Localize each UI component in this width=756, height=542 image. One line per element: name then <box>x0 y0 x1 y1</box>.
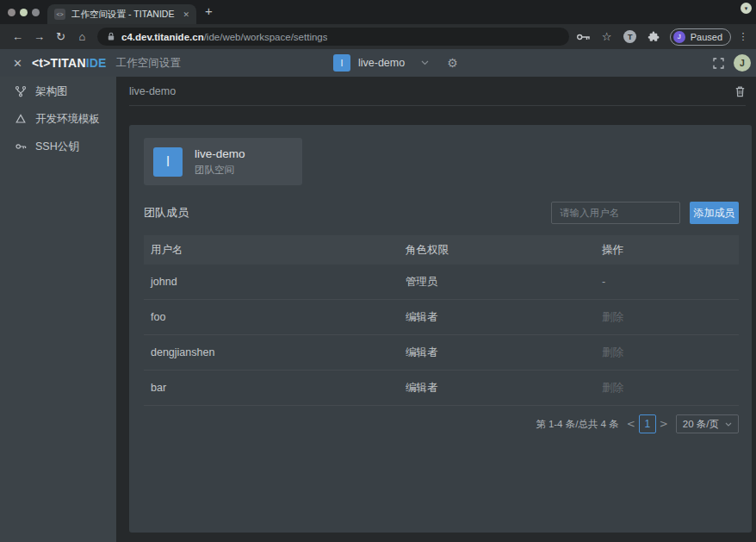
add-member-button[interactable]: 添加成员 <box>690 202 739 224</box>
delete-member-link[interactable]: 删除 <box>602 346 739 360</box>
home-button[interactable]: ⌂ <box>71 30 93 43</box>
address-bar[interactable]: c4.dev.titanide.cn/ide/web/workspace/set… <box>97 28 569 46</box>
main-content: live-demo l live-demo 团队空间 团队成员 添加成员 用户名 <box>116 77 756 542</box>
profile-corner-icon[interactable]: ▾ <box>741 3 752 14</box>
workspace-badge: l <box>333 54 350 72</box>
app-header: ✕ <t>TITANIDE 工作空间设置 l live-demo ⚙ J <box>0 49 756 77</box>
user-avatar[interactable]: J <box>734 54 751 72</box>
lock-icon <box>107 32 115 41</box>
delete-member-link[interactable]: 删除 <box>602 381 739 396</box>
pagination-summary: 第 1-4 条/总共 4 条 <box>536 418 619 431</box>
template-icon <box>15 113 27 125</box>
browser-tab-bar: <> 工作空间设置 - TITANIDE ✕ + ▾ <box>0 0 756 24</box>
password-key-icon[interactable] <box>573 33 594 41</box>
workspace-card-type: 团队空间 <box>195 164 245 177</box>
url-text: c4.dev.titanide.cn/ide/web/workspace/set… <box>121 32 327 42</box>
table-row: johnd 管理员 - <box>144 265 739 300</box>
bookmark-star-icon[interactable]: ☆ <box>597 30 617 43</box>
table-header-row: 用户名 角色权限 操作 <box>144 235 739 265</box>
members-table: 用户名 角色权限 操作 johnd 管理员 - foo 编辑者 删除 dengj… <box>144 235 739 406</box>
branch-icon <box>15 85 27 97</box>
app-page-title: 工作空间设置 <box>116 56 181 71</box>
next-page-icon[interactable]: > <box>660 418 668 430</box>
table-row: bar 编辑者 删除 <box>144 371 739 406</box>
browser-toolbar: ← → ↻ ⌂ c4.dev.titanide.cn/ide/web/works… <box>0 24 756 49</box>
tab-favicon-icon: <> <box>54 9 65 20</box>
profile-paused-badge[interactable]: J Paused <box>670 28 731 46</box>
breadcrumb: live-demo <box>129 85 176 97</box>
select-chevron-icon <box>725 422 732 427</box>
forward-button[interactable]: → <box>28 30 50 43</box>
username-input[interactable] <box>551 202 680 224</box>
app-close-icon[interactable]: ✕ <box>13 57 22 70</box>
window-close-button[interactable] <box>8 9 15 16</box>
sidebar-item-architecture[interactable]: 架构图 <box>0 78 116 105</box>
prev-page-icon[interactable]: < <box>627 418 635 430</box>
row-action: - <box>602 276 739 288</box>
workspace-selector[interactable]: l live-demo ⚙ <box>333 54 458 72</box>
extension-badge-icon[interactable]: T <box>620 30 641 43</box>
new-tab-button[interactable]: + <box>205 3 213 18</box>
window-minimize-button[interactable] <box>20 9 28 16</box>
browser-menu-icon[interactable]: ⋮ <box>737 31 749 42</box>
sidebar-item-ssh-key[interactable]: SSH公钥 <box>0 133 116 160</box>
back-button[interactable]: ← <box>7 30 28 43</box>
delete-member-link[interactable]: 删除 <box>602 310 739 325</box>
window-controls <box>0 9 40 16</box>
app-logo[interactable]: <t>TITANIDE <box>32 56 107 70</box>
browser-tab[interactable]: <> 工作空间设置 - TITANIDE ✕ <box>47 4 196 24</box>
fullscreen-icon[interactable] <box>713 58 724 69</box>
page-size-select[interactable]: 20 条/页 <box>676 414 739 433</box>
chevron-down-icon <box>421 60 429 65</box>
key-icon <box>15 140 27 153</box>
pagination: 第 1-4 条/总共 4 条 < 1 > 20 条/页 <box>144 414 739 433</box>
tab-close-icon[interactable]: ✕ <box>183 10 189 19</box>
sidebar: 架构图 开发环境模板 SSH公钥 <box>0 77 116 542</box>
window-zoom-button[interactable] <box>32 9 40 16</box>
sidebar-item-dev-template[interactable]: 开发环境模板 <box>0 105 116 133</box>
table-row: dengjianshen 编辑者 删除 <box>144 335 739 371</box>
page-number[interactable]: 1 <box>639 414 656 433</box>
extensions-puzzle-icon[interactable] <box>643 30 664 43</box>
table-row: foo 编辑者 删除 <box>144 300 739 335</box>
workspace-card-name: live-demo <box>195 147 245 160</box>
settings-panel: l live-demo 团队空间 团队成员 添加成员 用户名 角色权限 操作 j… <box>129 125 752 533</box>
workspace-card-badge: l <box>153 147 183 177</box>
tab-title: 工作空间设置 - TITANIDE <box>71 9 177 21</box>
reload-button[interactable]: ↻ <box>50 30 71 43</box>
profile-avatar: J <box>673 31 685 43</box>
workspace-card: l live-demo 团队空间 <box>144 138 302 185</box>
team-members-title: 团队成员 <box>144 205 189 221</box>
delete-workspace-trash-icon[interactable] <box>734 85 746 97</box>
workspace-settings-gear-icon[interactable]: ⚙ <box>447 56 458 70</box>
